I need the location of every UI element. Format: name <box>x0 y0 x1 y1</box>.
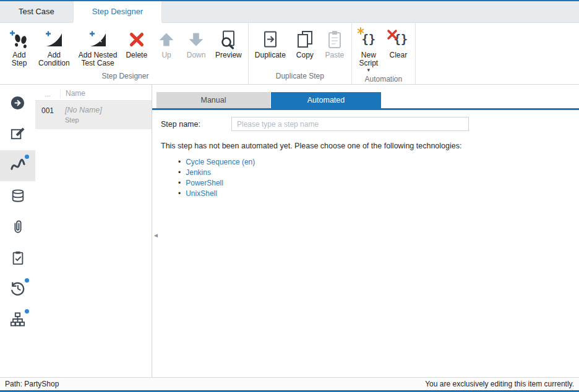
history-icon <box>10 281 25 298</box>
step-name-label: Step name: <box>161 120 231 129</box>
sidebar-item-hierarchy[interactable] <box>0 305 35 336</box>
list-item: • Jenkins <box>178 167 579 177</box>
main-region: ... Name 001 [No Name] Step ◄ Manual Aut… <box>0 85 579 377</box>
column-header-dots[interactable]: ... <box>35 90 60 98</box>
left-sidebar <box>0 85 35 377</box>
ribbon-group-duplicate-step: Duplicate Copy <box>249 23 352 84</box>
edit-icon <box>10 126 25 143</box>
test-steps-icon <box>9 156 26 175</box>
preview-label: Preview <box>215 51 242 59</box>
step-type-text: Step <box>65 116 152 124</box>
new-script-icon: {} <box>358 29 379 49</box>
clear-script-icon: {} <box>388 29 409 49</box>
sidebar-item-data[interactable] <box>0 181 35 212</box>
step-name-input[interactable] <box>231 117 469 131</box>
up-label: Up <box>161 51 171 59</box>
technology-link-cycle-sequence[interactable]: Cycle Sequence (en) <box>186 158 255 166</box>
editor-content: ◄ Manual Automated Step name: This step … <box>152 85 579 377</box>
list-item: • PowerShell <box>178 177 579 188</box>
tab-step-designer[interactable]: Step Designer <box>73 1 162 22</box>
ribbon: Add Step Add Condition <box>0 23 579 85</box>
add-condition-icon <box>43 29 64 49</box>
add-condition-label: Add Condition <box>38 51 70 67</box>
copy-label: Copy <box>296 51 314 59</box>
sidebar-item-edit-steps[interactable] <box>0 119 35 150</box>
step-name-row: Step name: <box>161 117 579 131</box>
up-arrow-icon <box>156 29 177 49</box>
steps-list-panel: ... Name 001 [No Name] Step <box>35 85 152 377</box>
app-window: Test Case Step Designer <box>0 0 579 392</box>
ribbon-group-automation-buttons: {} New Script ▾ <box>354 23 413 74</box>
add-condition-button[interactable]: Add Condition <box>34 28 74 69</box>
column-header-name[interactable]: Name <box>60 89 152 98</box>
copy-icon <box>294 29 315 49</box>
status-edit-message: You are exclusively editing this item cu… <box>425 380 574 388</box>
duplicate-button[interactable]: Duplicate <box>251 28 290 61</box>
panel-collapse-arrow-icon[interactable]: ◄ <box>153 232 159 239</box>
go-to-icon <box>10 95 25 113</box>
ribbon-group-step-designer-buttons: Add Step Add Condition <box>4 23 246 70</box>
bullet-icon: • <box>178 179 181 187</box>
step-number: 001 <box>35 106 60 124</box>
automation-message: This step has not been automated yet. Pl… <box>161 142 579 150</box>
delete-icon <box>126 29 147 49</box>
steps-list-header: ... Name <box>35 85 152 101</box>
ribbon-group-label-duplicate-step: Duplicate Step <box>251 70 350 84</box>
clipboard-check-icon <box>11 250 25 267</box>
hierarchy-icon <box>10 312 25 329</box>
technology-link-powershell[interactable]: PowerShell <box>186 179 223 187</box>
sidebar-item-attachments[interactable] <box>0 212 35 243</box>
history-badge-dot <box>25 278 29 283</box>
add-step-button[interactable]: Add Step <box>4 28 34 69</box>
add-step-label: Add Step <box>12 51 27 67</box>
step-name-text: [No Name] <box>65 106 152 114</box>
copy-button[interactable]: Copy <box>290 28 320 61</box>
delete-button[interactable]: Delete <box>121 28 152 61</box>
technology-list: • Cycle Sequence (en) • Jenkins • PowerS… <box>178 156 579 198</box>
up-button[interactable]: Up <box>152 28 181 61</box>
clear-label: Clear <box>389 51 407 59</box>
document-tab-bar: Test Case Step Designer <box>0 1 579 23</box>
new-script-dropdown-caret-icon[interactable]: ▾ <box>367 67 371 72</box>
sidebar-item-checklist[interactable] <box>0 243 35 274</box>
clear-x-icon <box>387 29 398 42</box>
new-script-button[interactable]: {} New Script ▾ <box>354 28 384 74</box>
ribbon-group-automation: {} New Script ▾ <box>352 23 416 84</box>
technology-link-unixshell[interactable]: UnixShell <box>186 189 217 198</box>
paste-button[interactable]: Paste <box>320 28 350 61</box>
sidebar-item-test-steps[interactable] <box>0 150 35 181</box>
ribbon-group-duplicate-step-buttons: Duplicate Copy <box>251 23 350 70</box>
duplicate-icon <box>260 29 281 49</box>
add-nested-test-case-button[interactable]: Add Nested Test Case <box>74 28 122 69</box>
down-button[interactable]: Down <box>181 28 211 61</box>
down-label: Down <box>187 51 206 59</box>
down-arrow-icon <box>186 29 207 49</box>
bullet-icon: • <box>178 189 181 198</box>
duplicate-label: Duplicate <box>255 51 286 59</box>
preview-icon <box>218 29 239 49</box>
preview-button[interactable]: Preview <box>211 28 246 61</box>
list-item: • Cycle Sequence (en) <box>178 156 579 167</box>
clear-button[interactable]: {} Clear <box>384 28 413 61</box>
status-bar: Path: PartyShop You are exclusively edit… <box>0 377 579 390</box>
technology-link-jenkins[interactable]: Jenkins <box>186 168 211 177</box>
database-icon <box>11 189 25 205</box>
step-list-item[interactable]: 001 [No Name] Step <box>35 101 152 129</box>
step-row-body: [No Name] Step <box>60 106 152 124</box>
tab-manual[interactable]: Manual <box>157 92 270 108</box>
editor-tab-strip: Manual Automated <box>152 92 579 110</box>
sidebar-item-go-to[interactable] <box>0 88 35 119</box>
add-step-icon <box>9 29 30 49</box>
tab-automated[interactable]: Automated <box>271 92 381 108</box>
sidebar-item-history[interactable] <box>0 274 35 305</box>
delete-label: Delete <box>126 51 147 59</box>
list-item: • UnixShell <box>178 188 579 198</box>
add-nested-test-case-label: Add Nested Test Case <box>79 51 118 67</box>
new-script-label: New Script <box>359 51 378 67</box>
paste-icon <box>324 29 345 49</box>
tab-test-case[interactable]: Test Case <box>0 1 73 22</box>
paste-label: Paste <box>325 51 344 59</box>
ribbon-group-label-step-designer: Step Designer <box>4 70 246 84</box>
hierarchy-badge-dot <box>25 309 29 313</box>
paperclip-icon <box>11 219 25 236</box>
